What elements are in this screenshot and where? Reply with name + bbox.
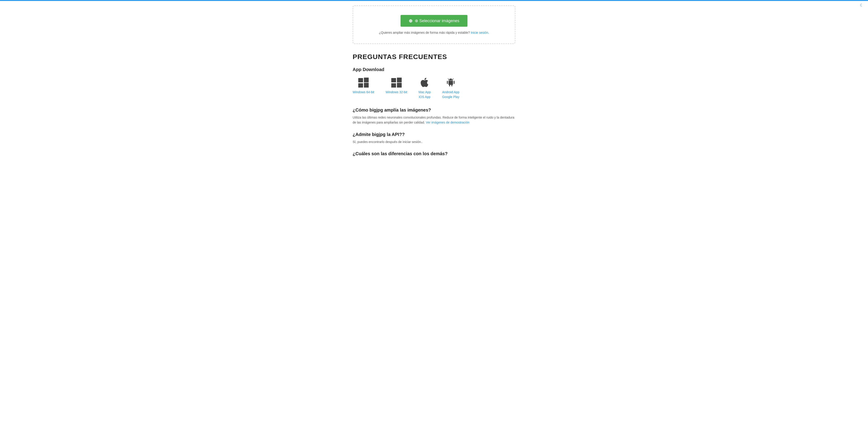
login-prompt-text: ¿Quieres ampliar más imágenes de forma m… (379, 31, 471, 34)
faq-question-3: ¿Cuáles son las diferencias con los demá… (352, 151, 515, 156)
windows64-label: Windows 64-bit (352, 90, 374, 94)
svg-rect-4 (391, 78, 396, 82)
app-icons-row: Windows 64-bit Windows 32-bit (352, 77, 515, 99)
faq-answer-1: Utiliza las últimas redes neuronales con… (352, 115, 515, 125)
svg-point-9 (452, 80, 452, 80)
app-android-link[interactable]: Android AppGoogle Play (442, 77, 459, 99)
svg-rect-3 (364, 83, 369, 88)
svg-line-10 (448, 79, 449, 80)
login-link[interactable]: Inicie sesión. (471, 31, 489, 34)
svg-rect-1 (364, 78, 369, 82)
android-label: Android AppGoogle Play (442, 90, 459, 99)
faq-section: PREGUNTAS FRECUENTES App Download Window… (352, 53, 515, 156)
faq-item-q3: ¿Cuáles son las diferencias con los demá… (352, 151, 515, 156)
svg-rect-2 (358, 83, 363, 88)
windows32-icon (391, 77, 402, 88)
upload-box: ⊕ ⊕ Seleccionar imágenes ¿Quieres amplia… (352, 5, 515, 44)
app-download-section: App Download Windows 64-bit (352, 67, 515, 99)
android-icon (445, 77, 456, 88)
login-prompt: ¿Quieres ampliar más imágenes de forma m… (360, 31, 508, 34)
windows-icon (358, 77, 369, 88)
select-images-label: ⊕ Seleccionar imágenes (415, 18, 459, 23)
app-windows32-link[interactable]: Windows 32-bit (385, 77, 407, 94)
app-mac-link[interactable]: Mac AppiOS App (418, 77, 431, 99)
svg-line-11 (453, 79, 454, 80)
faq-question-1: ¿Cómo bigjpg amplía las imágenes? (352, 108, 515, 113)
svg-rect-0 (358, 78, 363, 82)
svg-rect-6 (391, 83, 396, 88)
faq-item-q2: ¿Admite bigjpg la API?? Sí, puedes encon… (352, 132, 515, 144)
svg-rect-7 (397, 83, 402, 88)
faq-answer-2: Sí, puedes encontrarlo después de inicia… (352, 139, 515, 144)
main-container: ⊕ ⊕ Seleccionar imágenes ¿Quieres amplia… (348, 1, 520, 177)
faq-question-2: ¿Admite bigjpg la API?? (352, 132, 515, 137)
svg-point-8 (450, 80, 450, 80)
darkmode-icon[interactable]: ☾ (860, 3, 864, 8)
windows32-label: Windows 32-bit (385, 90, 407, 94)
mac-label: Mac AppiOS App (418, 90, 431, 99)
apple-icon (419, 77, 430, 88)
app-download-title: App Download (352, 67, 515, 72)
faq-item-q1: ¿Cómo bigjpg amplía las imágenes? Utiliz… (352, 108, 515, 125)
svg-rect-5 (397, 78, 402, 82)
select-images-button[interactable]: ⊕ ⊕ Seleccionar imágenes (401, 15, 467, 27)
app-windows64-link[interactable]: Windows 64-bit (352, 77, 374, 94)
faq-title: PREGUNTAS FRECUENTES (352, 53, 515, 61)
plus-icon: ⊕ (409, 18, 412, 24)
demo-images-link[interactable]: Ver imágenes de demostración (426, 121, 469, 124)
